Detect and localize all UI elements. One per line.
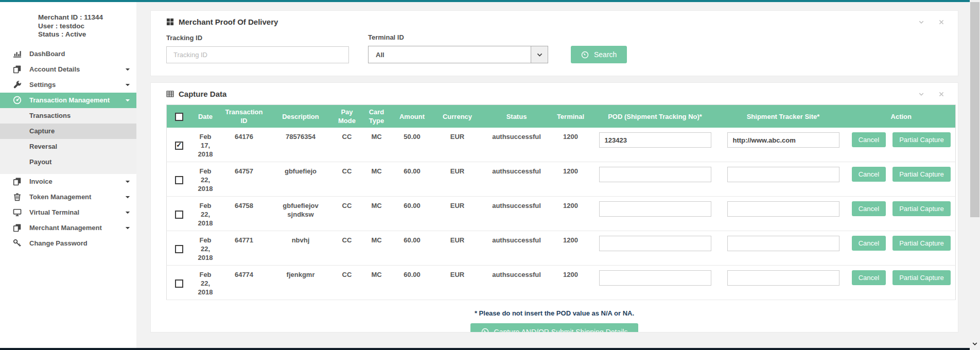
scrollbar-thumb[interactable] bbox=[970, 2, 979, 217]
tracker-site-input[interactable] bbox=[727, 236, 839, 251]
caret-down-icon bbox=[125, 82, 130, 87]
partial-capture-button[interactable]: Partial Capture bbox=[892, 167, 951, 182]
cell-card-type: MC bbox=[361, 128, 392, 162]
sidebar-item-token-management[interactable]: Token Management bbox=[0, 189, 136, 205]
column-header: Pay Mode bbox=[333, 105, 361, 128]
sidebar-item-change-password[interactable]: Change Password bbox=[0, 236, 136, 251]
table-row: Feb 22, 2018 64774 fjenkgmr CC MC 60.00 … bbox=[167, 266, 956, 300]
cancel-button[interactable]: Cancel bbox=[852, 270, 886, 285]
row-select-checkbox[interactable] bbox=[175, 176, 183, 184]
select-all-checkbox[interactable] bbox=[175, 113, 183, 121]
sidebar-subitem-reversal[interactable]: Reversal bbox=[0, 139, 136, 154]
cell-currency: EUR bbox=[432, 231, 483, 266]
sidebar-item-merchant-management[interactable]: Merchant Management bbox=[0, 220, 136, 236]
files-icon bbox=[13, 223, 22, 232]
select-chevron-down-icon[interactable] bbox=[531, 46, 548, 63]
sidebar-item-account-details[interactable]: Account Details bbox=[0, 62, 136, 77]
column-header: Transaction ID bbox=[220, 105, 269, 128]
table-row: Feb 22, 2018 64758 gbfuefiejov sjndksw C… bbox=[167, 197, 956, 231]
partial-capture-button[interactable]: Partial Capture bbox=[892, 270, 951, 285]
cell-status: authsuccessful bbox=[483, 266, 551, 300]
tracker-site-input[interactable] bbox=[727, 132, 839, 148]
tracking-id-group: Tracking ID bbox=[166, 34, 349, 63]
cell-status: authsuccessful bbox=[483, 231, 551, 266]
cell-status: authsuccessful bbox=[483, 197, 551, 231]
sidebar-subitem-capture[interactable]: Capture bbox=[0, 124, 136, 139]
vertical-scrollbar[interactable] bbox=[970, 0, 980, 350]
capture-submit-button[interactable]: Capture AND/OR Submit Shipping Details bbox=[470, 323, 639, 332]
key-icon bbox=[13, 239, 22, 248]
row-select-checkbox[interactable] bbox=[175, 142, 183, 150]
collapse-icon[interactable] bbox=[918, 91, 924, 97]
sidebar-item-invoice[interactable]: Invoice bbox=[0, 174, 136, 189]
capture-panel-title: Capture Data bbox=[166, 90, 226, 98]
cell-pay-mode: CC bbox=[333, 162, 361, 197]
gauge-icon bbox=[13, 96, 22, 104]
clock-icon bbox=[581, 51, 589, 59]
cell-currency: EUR bbox=[432, 128, 483, 162]
close-icon[interactable] bbox=[938, 19, 944, 25]
sidebar-item-virtual-terminal[interactable]: Virtual Terminal bbox=[0, 205, 136, 220]
pod-tracking-input[interactable] bbox=[599, 270, 711, 286]
caret-down-icon bbox=[125, 179, 130, 184]
caret-down-icon bbox=[125, 225, 130, 231]
cell-status: authsuccessful bbox=[483, 162, 551, 197]
cell-description: nbvhj bbox=[269, 231, 333, 266]
clock-icon bbox=[481, 328, 489, 332]
sidebar-item-dashboard[interactable]: DashBoard bbox=[0, 46, 136, 62]
column-header: Date bbox=[191, 105, 220, 128]
tracker-site-input[interactable] bbox=[727, 270, 839, 286]
cell-card-type: MC bbox=[361, 266, 392, 300]
cell-date: Feb 22, 2018 bbox=[196, 236, 215, 262]
pod-tracking-input[interactable] bbox=[599, 132, 711, 148]
cell-currency: EUR bbox=[432, 266, 483, 300]
tracker-site-input[interactable] bbox=[727, 167, 839, 182]
cell-amount: 60.00 bbox=[392, 162, 432, 197]
row-select-checkbox[interactable] bbox=[175, 279, 183, 288]
cancel-button[interactable]: Cancel bbox=[852, 132, 886, 147]
tracker-site-input[interactable] bbox=[727, 201, 839, 217]
collapse-icon[interactable] bbox=[918, 19, 924, 25]
search-button[interactable]: Search bbox=[571, 46, 627, 63]
column-header: Shipment Tracker Site* bbox=[720, 105, 847, 128]
pod-tracking-input[interactable] bbox=[599, 167, 711, 182]
cell-terminal: 1200 bbox=[551, 266, 591, 300]
row-select-checkbox[interactable] bbox=[175, 245, 183, 253]
scrollbar-down-button[interactable] bbox=[970, 339, 980, 348]
sidebar-subitem-transactions[interactable]: Transactions bbox=[0, 108, 136, 124]
cancel-button[interactable]: Cancel bbox=[852, 236, 886, 251]
partial-capture-button[interactable]: Partial Capture bbox=[892, 236, 951, 251]
sidebar-item-settings[interactable]: Settings bbox=[0, 77, 136, 93]
cell-terminal: 1200 bbox=[551, 128, 591, 162]
chevron-down-icon bbox=[972, 341, 978, 347]
cell-terminal: 1200 bbox=[551, 197, 591, 231]
cell-pay-mode: CC bbox=[333, 266, 361, 300]
sidebar-submenu: TransactionsCaptureReversalPayout bbox=[0, 108, 136, 174]
partial-capture-button[interactable]: Partial Capture bbox=[892, 132, 951, 147]
column-header: Card Type bbox=[361, 105, 392, 128]
close-icon[interactable] bbox=[938, 91, 944, 97]
pod-tracking-input[interactable] bbox=[599, 201, 711, 217]
partial-capture-button[interactable]: Partial Capture bbox=[892, 201, 951, 216]
pod-panel-title-text: Merchant Proof Of Delivery bbox=[179, 18, 278, 26]
capture-table-head-row: DateTransaction IDDescriptionPay ModeCar… bbox=[167, 105, 956, 128]
sidebar-item-label: Invoice bbox=[29, 178, 125, 185]
terminal-id-select[interactable]: All bbox=[368, 46, 548, 63]
sidebar: Merchant ID : 11344 User : testdoc Statu… bbox=[0, 2, 136, 348]
row-select-checkbox[interactable] bbox=[175, 211, 183, 219]
caret-down-icon bbox=[125, 210, 130, 215]
sidebar-item-transaction-management[interactable]: Transaction Management bbox=[0, 93, 136, 108]
capture-panel: Capture Data bbox=[150, 82, 958, 332]
sidebar-subitem-payout[interactable]: Payout bbox=[0, 154, 136, 170]
tracking-id-input[interactable] bbox=[166, 46, 349, 63]
terminal-id-selected-value: All bbox=[369, 46, 531, 63]
pod-tracking-input[interactable] bbox=[599, 236, 711, 251]
sidebar-nav: DashBoard Account Details Settings Trans… bbox=[0, 46, 136, 251]
sidebar-item-label: DashBoard bbox=[29, 50, 130, 58]
cancel-button[interactable]: Cancel bbox=[852, 201, 886, 216]
capture-table-wrap: DateTransaction IDDescriptionPay ModeCar… bbox=[166, 104, 942, 300]
cancel-button[interactable]: Cancel bbox=[852, 167, 886, 182]
cell-card-type: MC bbox=[361, 231, 392, 266]
cell-pay-mode: CC bbox=[333, 128, 361, 162]
bottom-window-edge bbox=[0, 348, 970, 350]
